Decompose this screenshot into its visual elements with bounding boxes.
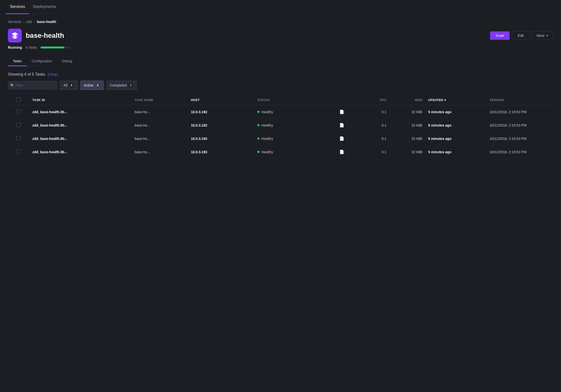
tab-debug[interactable]: Debug [57,57,77,66]
row-cpu-1: 0.1 [359,119,389,132]
filter-active-button[interactable]: Active 4 [80,81,104,90]
row-mem-3: 32 MiB [389,145,425,159]
tab-tasks[interactable]: Tasks [8,57,27,66]
status-running-label: Running [8,45,22,49]
more-button[interactable]: More ▼ [532,31,553,40]
top-nav: Services Deployments [0,0,561,14]
row-mem-0: 32 MiB [389,105,425,119]
row-host-0: 10.0.3.192 [188,105,254,119]
table-row: zdd_base-health.90... base-he... 10.0.3.… [8,105,553,119]
tasks-table: TASK ID TASK NAME HOST STATUS CPU MEM UP… [8,95,553,159]
service-header: base-health Scale Edit More ▼ [8,29,553,43]
row-checkbox-0[interactable] [16,109,21,114]
task-summary: Showing 4 of 5 Tasks (Clear) [8,72,553,77]
search-icon: 🔍 [10,84,14,87]
row-updated-3: 5 minutes ago [425,145,487,159]
row-task-id-1[interactable]: zdd_base-health.90... [29,119,132,132]
row-checkbox-2[interactable] [16,136,21,140]
th-version: VERSION [487,95,553,105]
active-badge: 4 [95,83,100,88]
row-doc-icon-1[interactable]: 📄 [336,119,359,132]
status-bar: Running 4 Tasks [8,45,553,49]
th-task-id: TASK ID [29,95,132,105]
th-checkbox [8,95,29,105]
document-icon-0: 📄 [339,110,344,114]
row-doc-icon-2[interactable]: 📄 [336,132,359,145]
service-icon [8,29,22,43]
filter-completed-button[interactable]: Completed 1 [106,81,137,90]
row-checkbox-cell [8,119,29,132]
th-mem: MEM [389,95,425,105]
row-version-2: 10/12/2016, 2:19:53 PM [487,132,553,145]
table-row: zdd_base-health.90... base-he... 10.0.3.… [8,132,553,145]
breadcrumb: Services › zdd › base-health [8,20,553,24]
tab-services[interactable]: Services [6,0,29,14]
table-header-row: TASK ID TASK NAME HOST STATUS CPU MEM UP… [8,95,553,105]
row-checkbox-cell [8,105,29,119]
row-status-0: Healthy [254,105,336,119]
row-version-1: 10/12/2016, 2:19:53 PM [487,119,553,132]
health-dot-0 [257,111,259,113]
row-status-1: Healthy [254,119,336,132]
showing-text: Showing 4 of 5 Tasks [8,72,45,77]
row-checkbox-3[interactable] [16,149,21,154]
filter-input[interactable] [8,81,57,89]
main-content: Services › zdd › base-health base-health… [0,14,561,165]
health-dot-2 [257,137,259,140]
row-host-3: 10.0.3.193 [188,145,254,159]
row-host-1: 10.0.3.192 [188,119,254,132]
service-header-actions: Scale Edit More ▼ [490,31,553,40]
select-all-checkbox[interactable] [16,97,21,102]
health-dot-1 [257,124,259,126]
service-title: base-health [26,32,64,40]
progress-bar [41,46,70,48]
chevron-down-icon: ▼ [546,34,548,37]
row-cpu-2: 0.1 [359,132,389,145]
tab-deployments[interactable]: Deployments [29,0,60,14]
edit-button[interactable]: Edit [512,31,529,40]
row-task-name-1: base-he... [132,119,188,132]
filter-input-wrap: 🔍 [8,81,57,89]
row-task-name-2: base-he... [132,132,188,145]
row-task-id-0[interactable]: zdd_base-health.90... [29,105,132,119]
health-dot-3 [257,151,259,153]
th-updated[interactable]: UPDATED ▾ [425,95,487,105]
document-icon-2: 📄 [339,136,344,141]
row-task-name-3: base-he... [132,145,188,159]
breadcrumb-zdd[interactable]: zdd [26,20,32,24]
document-icon-3: 📄 [339,150,344,154]
row-mem-2: 32 MiB [389,132,425,145]
row-mem-1: 32 MiB [389,119,425,132]
th-doc-icon [336,95,359,105]
filter-all-button[interactable]: All 5 [60,81,78,90]
th-status: STATUS [254,95,336,105]
clear-filter-link[interactable]: (Clear) [48,72,58,76]
row-version-3: 10/12/2016, 2:19:53 PM [487,145,553,159]
table-row: zdd_base-health.90... base-he... 10.0.3.… [8,145,553,159]
row-checkbox-1[interactable] [16,123,21,127]
th-host: HOST [188,95,254,105]
cube-icon [11,32,19,40]
breadcrumb-services[interactable]: Services [8,20,21,24]
row-status-2: Healthy [254,132,336,145]
row-updated-1: 5 minutes ago [425,119,487,132]
th-cpu: CPU [359,95,389,105]
row-task-id-2[interactable]: zdd_base-health.90... [29,132,132,145]
breadcrumb-sep-1: › [23,20,24,24]
scale-button[interactable]: Scale [490,31,510,40]
row-task-id-3[interactable]: zdd_base-health.90... [29,145,132,159]
row-status-3: Healthy [254,145,336,159]
tab-configuration[interactable]: Configuration [27,57,57,66]
row-version-0: 10/12/2016, 2:19:53 PM [487,105,553,119]
sub-tabs: Tasks Configuration Debug [8,56,553,66]
table-row: zdd_base-health.90... base-he... 10.0.3.… [8,119,553,132]
row-doc-icon-0[interactable]: 📄 [336,105,359,119]
completed-badge: 1 [128,83,133,88]
row-doc-icon-3[interactable]: 📄 [336,145,359,159]
th-task-name: TASK NAME [132,95,188,105]
document-icon-1: 📄 [339,123,344,127]
breadcrumb-sep-2: › [34,20,35,24]
row-cpu-3: 0.1 [359,145,389,159]
task-count-label: 4 Tasks [25,45,37,49]
filter-row: 🔍 All 5 Active 4 Completed 1 [8,81,553,90]
